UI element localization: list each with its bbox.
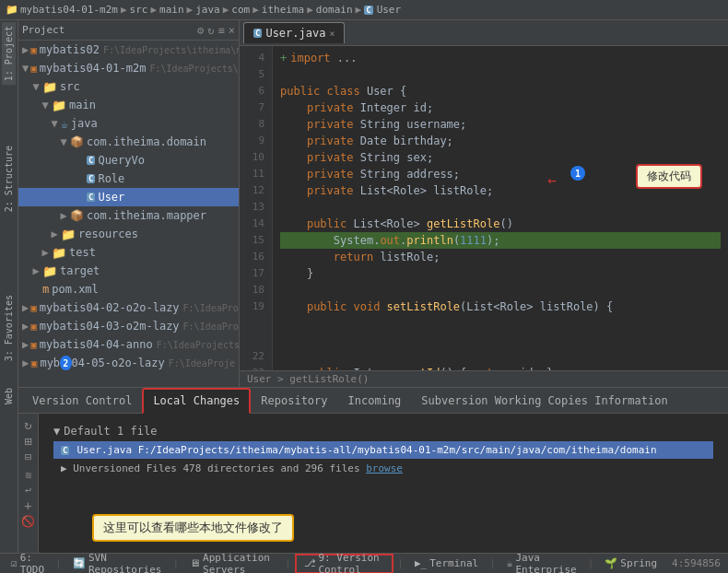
- project-tool-button[interactable]: 1: Project: [2, 22, 16, 85]
- sidebar-item-mybatis04-02[interactable]: ▶ ▣ mybatis04-02-o2o-lazy F:\IdeaProje: [18, 298, 239, 317]
- ignore-button[interactable]: 🚫: [21, 515, 35, 528]
- terminal-icon: ▶_: [415, 557, 427, 569]
- favorites-tool-button[interactable]: 3: Favorites: [2, 291, 16, 365]
- web-tool-button[interactable]: Web: [2, 384, 16, 408]
- refresh-button[interactable]: ↻: [24, 417, 31, 432]
- sidebar-item-domain[interactable]: ▼ 📦 com.itheima.domain: [18, 133, 239, 151]
- sidebar-gear-icon[interactable]: ⚙: [197, 24, 204, 37]
- status-info: 4:594856: [672, 557, 724, 569]
- status-terminal[interactable]: ▶_ Terminal: [407, 554, 486, 574]
- code-line-8: private String username;: [280, 116, 721, 133]
- sidebar-item-mybatis04-05[interactable]: ▶ ▣ myb 2 04-05-o2o-lazy F:\IdeaProje: [18, 354, 239, 372]
- sidebar-item-resources[interactable]: ▶ 📁 resources: [18, 225, 239, 243]
- code-line-17: }: [280, 265, 721, 282]
- code-line-9: private Date birthday;: [280, 133, 721, 149]
- sidebar-item-test[interactable]: ▶ 📁 test: [18, 243, 239, 262]
- module-icon: ▣: [30, 44, 37, 56]
- sidebar-item-pomxml[interactable]: ▶ m pom.xml: [18, 280, 239, 298]
- status-enterprise[interactable]: ☕ Java Enterprise: [499, 554, 584, 574]
- status-appservers[interactable]: 🖥 Application Servers: [182, 554, 281, 574]
- code-line-blank2: [280, 332, 721, 348]
- expand-button[interactable]: ⊞: [24, 434, 31, 449]
- bottom-content: ↻ ⊞ ⊟ ≋ ↩ + 🚫 ▼ Default 1 file: [18, 414, 728, 553]
- add-button[interactable]: +: [24, 498, 31, 513]
- tab-version-control[interactable]: Version Control: [22, 388, 142, 414]
- annotation-box: 修改代码: [636, 164, 702, 189]
- sidebar-item-role[interactable]: ▶ C Role: [18, 170, 239, 188]
- vcs-icon: ⎇: [304, 557, 316, 569]
- code-line-15: System.out.println(1111);: [280, 232, 721, 249]
- tab-repository[interactable]: Repository: [251, 388, 337, 414]
- badge-2: 2: [60, 356, 71, 370]
- sidebar-title: Project: [22, 24, 194, 36]
- breadcrumb-user[interactable]: User: [377, 4, 402, 16]
- svn-icon: 🔄: [73, 557, 86, 569]
- breadcrumb-com[interactable]: com: [231, 4, 250, 16]
- breadcrumb-domain[interactable]: domain: [316, 4, 353, 16]
- breadcrumb-src[interactable]: src: [130, 4, 148, 16]
- tab-local-changes[interactable]: Local Changes: [142, 388, 251, 414]
- package-icon: 📦: [70, 135, 84, 148]
- status-spring[interactable]: 🌱 Spring: [597, 554, 664, 574]
- code-line-5: [280, 66, 721, 83]
- sidebar-item-mybatis04-03[interactable]: ▶ ▣ mybatis04-03-o2m-lazy F:\IdeaProje: [18, 317, 239, 335]
- sidebar-item-main[interactable]: ▼ 📁 main: [18, 96, 239, 114]
- code-line-blank: [280, 315, 721, 332]
- breadcrumb-itheima[interactable]: itheima: [262, 4, 304, 16]
- status-todo[interactable]: ☑ 6: TODO: [4, 554, 52, 574]
- expand-icon[interactable]: ▶: [61, 462, 67, 474]
- sidebar-sync-icon[interactable]: ↻: [207, 24, 214, 37]
- sidebar-item-user[interactable]: ▶ C User: [18, 188, 239, 206]
- revert-button[interactable]: ↩: [25, 484, 31, 497]
- default-header: ▼ Default 1 file: [53, 425, 713, 438]
- tab-close-icon[interactable]: ×: [329, 29, 335, 39]
- folder-icon: ☕: [61, 117, 68, 131]
- todo-icon: ☑: [11, 557, 18, 569]
- status-svn[interactable]: 🔄 SVN Repositories: [65, 554, 169, 574]
- sidebar-close-icon[interactable]: ×: [229, 24, 235, 37]
- module-icon: ▣: [31, 357, 38, 369]
- collapse-button[interactable]: ⊟: [25, 450, 31, 463]
- breadcrumb-project-name[interactable]: mybatis04-01-m2m: [20, 4, 118, 16]
- module-icon: ▣: [30, 302, 37, 314]
- breadcrumb-main[interactable]: main: [159, 4, 184, 16]
- code-line-13: [280, 199, 721, 216]
- sidebar-item-target[interactable]: ▶ 📁 target: [18, 262, 239, 280]
- sidebar-item-java[interactable]: ▼ ☕ java: [18, 114, 239, 133]
- tab-subversion[interactable]: Subversion Working Copies Information: [411, 388, 677, 414]
- breadcrumb-project: 📁: [6, 4, 18, 16]
- browse-link[interactable]: browse: [366, 462, 403, 474]
- status-vcs[interactable]: ⎇ 9: Version Control: [295, 554, 394, 574]
- sidebar-item-src[interactable]: ▼ 📁 src: [18, 77, 239, 96]
- badge-1: 1: [570, 166, 585, 181]
- breadcrumb-c-icon: C: [364, 6, 372, 15]
- sidebar-item-mybatis04-01[interactable]: ▼ ▣ mybatis04-01-m2m F:\IdeaProjects\: [18, 59, 239, 77]
- code-editor[interactable]: 4 5 6 7 8 9 10 11 12 13 14 15 16: [240, 46, 728, 387]
- sidebar-item-queryvo[interactable]: ▶ C QueryVo: [18, 151, 239, 170]
- sidebar-collapse-icon[interactable]: ≡: [218, 24, 225, 37]
- sidebar-item-mybatis04-04[interactable]: ▶ ▣ mybatis04-04-anno F:\IdeaProjects\: [18, 335, 239, 354]
- status-bar: ☑ 6: TODO | 🔄 SVN Repositories | 🖥 Appli…: [0, 553, 728, 573]
- code-area[interactable]: +import ... public class User { private …: [273, 46, 728, 387]
- code-line-6: public class User {: [280, 83, 721, 99]
- bottom-panel: Version Control Local Changes Repository…: [18, 387, 728, 553]
- folder-icon: 📁: [61, 228, 76, 241]
- code-line-14: public List<Role> getListRole(): [280, 216, 721, 232]
- expand-icon[interactable]: ▼: [53, 425, 60, 438]
- class-c-icon: C: [87, 193, 95, 202]
- spring-icon: 🌱: [605, 557, 617, 569]
- folder-icon: 📁: [42, 80, 57, 94]
- sidebar-item-mapper[interactable]: ▶ 📦 com.itheima.mapper: [18, 206, 239, 225]
- code-line-4: +import ...: [280, 50, 721, 66]
- breadcrumb-java[interactable]: java: [195, 4, 220, 16]
- folder-icon: 📁: [42, 264, 57, 278]
- file-entry[interactable]: C User.java F:/IdeaProjects/itheima/myba…: [53, 441, 713, 459]
- bottom-tooltip: 这里可以查看哪些本地文件修改了: [92, 514, 294, 542]
- structure-tool-button[interactable]: 2: Structure: [2, 142, 16, 216]
- diff-button[interactable]: ≋: [25, 469, 31, 482]
- module-icon: ▣: [30, 321, 37, 333]
- sidebar-item-mybatis02[interactable]: ▶ ▣ mybatis02 F:\IdeaProjects\itheima\m: [18, 41, 239, 59]
- tab-incoming[interactable]: Incoming: [338, 388, 412, 414]
- tab-user-java[interactable]: C User.java ×: [243, 22, 345, 43]
- annotation-arrow: ←: [547, 171, 557, 189]
